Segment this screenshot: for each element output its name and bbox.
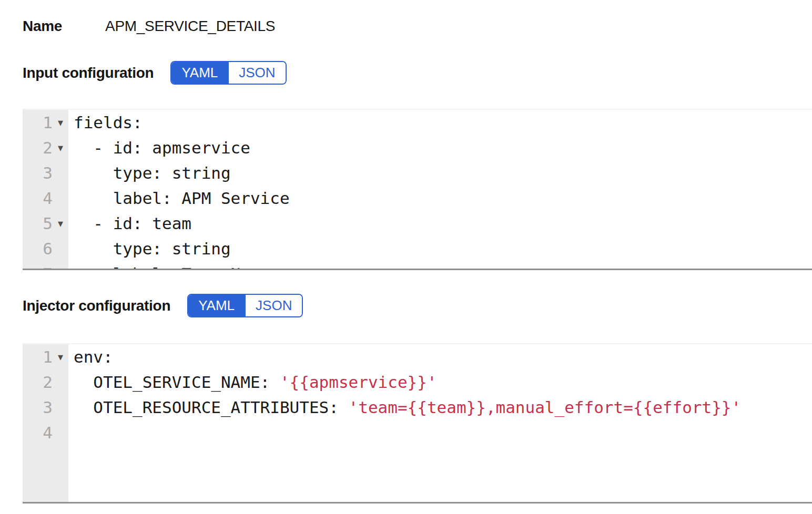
name-label: Name [23, 18, 105, 35]
gutter-line: 1▾ [23, 344, 68, 369]
code-line: label: Team Name [74, 261, 812, 269]
code-plain-token: type: string [74, 163, 231, 182]
line-number: 5 [23, 211, 53, 236]
gutter-line: 1▾ [23, 110, 68, 135]
code-line: - id: apmservice [74, 135, 812, 160]
input-configuration-row: Input configuration YAML JSON [23, 61, 812, 85]
code-plain-token: OTEL_RESOURCE_ATTRIBUTES: [74, 398, 349, 417]
name-row: Name APM_SERVICE_DETAILS [23, 17, 812, 35]
code-line: fields: [74, 110, 812, 135]
service-details-page: Name APM_SERVICE_DETAILS Input configura… [0, 17, 812, 503]
fold-toggle-icon[interactable]: ▾ [53, 135, 68, 160]
code-string-token: '{{apmservice}}' [280, 373, 437, 392]
line-number: 2 [23, 369, 53, 395]
injector-config-yaml-button[interactable]: YAML [188, 295, 245, 316]
editor-code-area[interactable]: fields: - id: apmservice type: string la… [68, 110, 812, 269]
gutter-line: 2▾ [23, 135, 68, 160]
code-line: type: string [74, 236, 812, 261]
name-value: APM_SERVICE_DETAILS [105, 18, 275, 35]
input-config-yaml-button[interactable]: YAML [171, 62, 228, 84]
gutter-line: 3 [23, 395, 68, 420]
line-number: 4 [23, 186, 53, 211]
code-line: env: [74, 344, 812, 369]
fold-toggle-icon[interactable]: ▾ [53, 211, 68, 236]
gutter-line: 6 [23, 236, 68, 261]
code-line [74, 420, 812, 445]
gutter-line: 2 [23, 369, 68, 395]
code-plain-token: - id: apmservice [74, 138, 250, 157]
line-number: 2 [23, 135, 53, 160]
fold-spacer [53, 420, 68, 445]
line-number: 6 [23, 236, 53, 261]
code-plain-token: label: APM Service [74, 189, 290, 208]
line-number: 1 [23, 344, 53, 369]
line-number: 1 [23, 110, 53, 135]
gutter-line: 5▾ [23, 211, 68, 236]
fold-spacer [53, 186, 68, 211]
gutter-line: 4 [23, 186, 68, 211]
injector-configuration-row: Injector configuration YAML JSON [23, 294, 812, 317]
fold-spacer [53, 236, 68, 261]
fold-spacer [53, 395, 68, 420]
injector-configuration-code-editor[interactable]: 1▾234env: OTEL_SERVICE_NAME: '{{apmservi… [23, 343, 812, 503]
code-line: type: string [74, 160, 812, 186]
code-line: label: APM Service [74, 186, 812, 211]
fold-toggle-icon[interactable]: ▾ [53, 344, 68, 369]
editor-gutter: 1▾234 [23, 344, 68, 502]
code-line: OTEL_SERVICE_NAME: '{{apmservice}}' [74, 369, 812, 395]
injector-configuration-label: Injector configuration [23, 297, 170, 314]
code-plain-token: label: Team Name [74, 264, 270, 269]
gutter-line: 3 [23, 160, 68, 186]
gutter-line: 4 [23, 420, 68, 445]
input-config-json-button[interactable]: JSON [228, 62, 285, 84]
injector-config-format-toggle: YAML JSON [187, 294, 303, 317]
fold-spacer [53, 160, 68, 186]
editor-code-area[interactable]: env: OTEL_SERVICE_NAME: '{{apmservice}}'… [68, 344, 812, 502]
code-plain-token: OTEL_SERVICE_NAME: [74, 373, 280, 392]
input-config-format-toggle: YAML JSON [170, 61, 286, 85]
line-number: 3 [23, 395, 53, 420]
code-plain-token: env: [74, 347, 113, 366]
input-configuration-label: Input configuration [23, 65, 154, 81]
code-line: OTEL_RESOURCE_ATTRIBUTES: 'team={{team}}… [74, 395, 812, 420]
gutter-line: 7 [23, 261, 68, 270]
fold-spacer [53, 261, 68, 270]
code-string-token: 'team={{team}},manual_effort={{effort}}' [349, 398, 742, 417]
line-number: 3 [23, 160, 53, 186]
line-number: 7 [23, 261, 53, 270]
fold-spacer [53, 369, 68, 395]
code-plain-token: - id: team [74, 214, 191, 233]
fold-toggle-icon[interactable]: ▾ [53, 110, 68, 135]
input-configuration-code-editor[interactable]: 1▾2▾345▾67fields: - id: apmservice type:… [23, 109, 812, 270]
code-plain-token: fields: [74, 113, 143, 132]
injector-config-json-button[interactable]: JSON [245, 295, 302, 316]
editor-gutter: 1▾2▾345▾67 [23, 110, 68, 269]
code-line: - id: team [74, 211, 812, 236]
line-number: 4 [23, 420, 53, 445]
code-plain-token: type: string [74, 239, 231, 258]
